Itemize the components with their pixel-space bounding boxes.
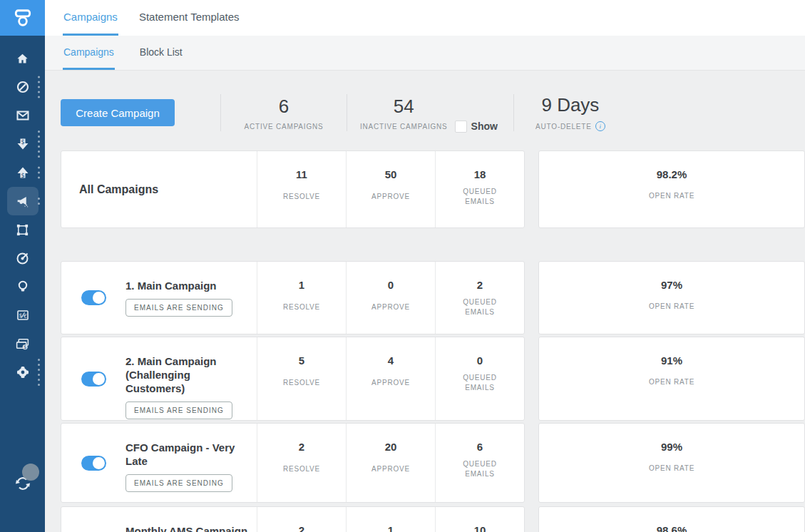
campaign-card: 1. Main Campaign EMAILS ARE SENDING 1 RE…	[61, 261, 525, 334]
approve-label: APPROVE	[371, 302, 410, 312]
approve-stat[interactable]: 0 APPROVE	[346, 262, 435, 334]
payments-cards-icon: $	[7, 329, 39, 358]
resolve-label: RESOLVE	[283, 192, 320, 202]
status-badge: EMAILS ARE SENDING	[125, 474, 232, 492]
approve-count: 50	[385, 168, 397, 180]
sidebar-item-cash-in[interactable]: $	[0, 130, 45, 158]
main-area: Campaigns Statement Templates Campaigns …	[45, 0, 805, 532]
subtab-block-list[interactable]: Block List	[139, 36, 183, 70]
subtab-campaigns[interactable]: Campaigns	[63, 36, 115, 70]
sidebar-item-dashboard[interactable]	[0, 73, 45, 101]
sidebar-item-goals[interactable]	[0, 244, 45, 272]
resolve-count: 2	[299, 524, 304, 532]
queued-count: 18	[474, 168, 486, 180]
content: Create Campaign 6 ACTIVE CAMPAIGNS 54 IN…	[45, 71, 805, 532]
submenu-dots	[38, 198, 40, 205]
tab-statement-templates[interactable]: Statement Templates	[138, 0, 240, 36]
all-campaigns-title: All Campaigns	[79, 183, 158, 196]
resolve-stat[interactable]: 2 RESOLVE	[257, 424, 346, 502]
sidebar-item-settings[interactable]	[0, 358, 45, 387]
approve-stat[interactable]: 4 APPROVE	[346, 337, 435, 420]
sidebar-nav: $ $	[0, 36, 45, 532]
campaign-row: 1. Main Campaign EMAILS ARE SENDING 1 RE…	[61, 261, 805, 334]
info-icon[interactable]	[595, 121, 605, 131]
frame-icon	[7, 215, 39, 244]
sidebar-item-mail[interactable]	[0, 101, 45, 130]
campaign-name[interactable]: CFO Campaign - Very Late	[125, 441, 250, 468]
queued-stat[interactable]: 0 QUEUED EMAILS	[435, 337, 524, 420]
submenu-dots	[38, 131, 40, 158]
sidebar: $ $	[0, 0, 45, 532]
active-campaigns-stat: 6 ACTIVE CAMPAIGNS	[221, 96, 347, 131]
auto-delete-label: AUTO-DELETE	[535, 123, 592, 131]
campaign-name[interactable]: 1. Main Campaign	[125, 279, 250, 292]
campaign-toggle[interactable]	[81, 290, 106, 305]
campaign-name[interactable]: 2. Main Campaign (Challenging Customers)	[125, 354, 250, 395]
summary-approve-stat[interactable]: 50 APPROVE	[346, 151, 435, 227]
logo-icon	[13, 8, 33, 28]
campaign-toggle[interactable]	[81, 456, 106, 471]
top-tab-bar: Campaigns Statement Templates	[45, 0, 805, 36]
resolve-stat[interactable]: 1 RESOLVE	[257, 262, 346, 334]
queued-stat[interactable]: 10 QUEUED EMAILS	[435, 507, 524, 532]
create-campaign-button[interactable]: Create Campaign	[61, 99, 175, 126]
campaign-name[interactable]: Monthly AMS Campaign	[125, 524, 250, 532]
campaign-toggle[interactable]	[81, 372, 106, 387]
sidebar-item-currency[interactable]: $ €	[0, 301, 45, 329]
open-rate-value: 98.6%	[657, 524, 687, 532]
campaign-row: Monthly AMS Campaign EMAILS ARE SENDING …	[61, 506, 805, 532]
inactive-campaigns-count: 54	[394, 96, 414, 117]
sync-button[interactable]	[0, 469, 45, 498]
approve-count: 0	[388, 279, 394, 291]
campaign-card: CFO Campaign - Very Late EMAILS ARE SEND…	[61, 423, 525, 503]
all-campaigns-card: All Campaigns 11 RESOLVE 50 APPROVE 18 Q…	[61, 150, 525, 228]
open-rate-label: OPEN RATE	[649, 464, 694, 472]
sidebar-item-campaigns[interactable]	[0, 187, 45, 215]
home-icon	[7, 44, 39, 73]
active-campaigns-label: ACTIVE CAMPAIGNS	[245, 123, 324, 131]
currency-invoice-icon: $ €	[7, 301, 39, 329]
campaign-row: 2. Main Campaign (Challenging Customers)…	[61, 337, 805, 421]
sidebar-item-templates[interactable]	[0, 215, 45, 244]
resolve-stat[interactable]: 2 RESOLVE	[257, 507, 346, 532]
resolve-label: RESOLVE	[283, 302, 320, 312]
toggle-knob	[93, 373, 105, 385]
inactive-campaigns-stat: 54 INACTIVE CAMPAIGNS Show	[347, 96, 498, 131]
approve-stat[interactable]: 1 APPROVE	[346, 507, 435, 532]
open-rate-card: 99% OPEN RATE	[538, 423, 805, 503]
inactive-campaigns-label: INACTIVE CAMPAIGNS	[360, 123, 448, 131]
summary-resolve-stat[interactable]: 11 RESOLVE	[257, 151, 346, 227]
queued-stat[interactable]: 6 QUEUED EMAILS	[435, 424, 524, 502]
queued-count: 2	[477, 279, 483, 291]
svg-text:$: $	[21, 173, 24, 179]
tab-campaigns[interactable]: Campaigns	[63, 0, 118, 36]
show-inactive-checkbox[interactable]	[455, 121, 467, 133]
queued-label: QUEUED EMAILS	[459, 297, 501, 317]
toggle-knob	[93, 457, 105, 469]
queued-count: 0	[477, 354, 483, 367]
queued-stat[interactable]: 2 QUEUED EMAILS	[435, 262, 524, 334]
sidebar-item-cash-out[interactable]: $	[0, 158, 45, 187]
resolve-stat[interactable]: 5 RESOLVE	[257, 337, 346, 420]
sidebar-footer	[0, 469, 45, 498]
cash-out-icon: $	[7, 158, 39, 187]
svg-text:$: $	[24, 344, 26, 350]
open-rate-value: 97%	[661, 279, 682, 291]
active-campaigns-count: 6	[279, 96, 289, 117]
sidebar-item-insights[interactable]	[0, 272, 45, 301]
campaign-row: CFO Campaign - Very Late EMAILS ARE SEND…	[61, 423, 805, 503]
open-rate-card: 98.6% OPEN RATE	[538, 506, 805, 532]
approve-stat[interactable]: 20 APPROVE	[346, 424, 435, 502]
campaigns-megaphone-icon	[7, 187, 39, 215]
submenu-dots	[38, 167, 40, 179]
app-logo[interactable]	[0, 0, 45, 36]
resolve-count: 2	[299, 441, 304, 453]
queued-label: QUEUED EMAILS	[459, 459, 501, 479]
summary-queued-stat[interactable]: 18 QUEUED EMAILS	[435, 151, 524, 227]
tab-label: Campaigns	[63, 11, 118, 23]
campaign-card: 2. Main Campaign (Challenging Customers)…	[61, 337, 525, 421]
sidebar-item-home[interactable]	[0, 44, 45, 73]
approve-count: 20	[385, 441, 397, 453]
auto-delete-value: 9 Days	[541, 94, 599, 116]
sidebar-item-payments[interactable]: $	[0, 329, 45, 358]
